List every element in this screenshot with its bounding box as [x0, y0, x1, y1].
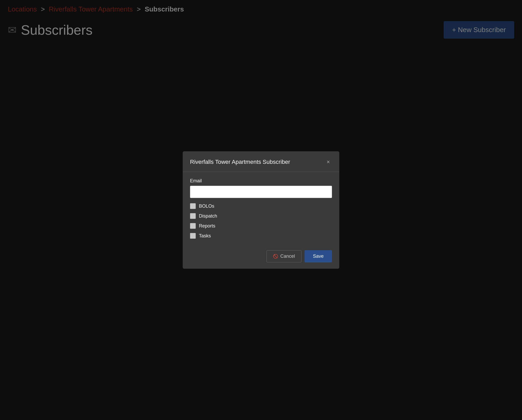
- checkbox-dispatch-box[interactable]: [190, 213, 196, 219]
- modal-title: Riverfalls Tower Apartments Subscriber: [190, 159, 290, 165]
- modal-close-button[interactable]: ×: [324, 158, 332, 166]
- checkbox-dispatch[interactable]: Dispatch: [190, 213, 332, 219]
- checkbox-group: BOLOs Dispatch Reports Tasks: [190, 203, 332, 239]
- modal-overlay: Riverfalls Tower Apartments Subscriber ×…: [0, 0, 522, 420]
- checkbox-dispatch-label: Dispatch: [199, 213, 217, 219]
- checkbox-bolos-label: BOLOs: [199, 203, 214, 209]
- modal-footer: 🚫 Cancel Save: [183, 245, 339, 269]
- cancel-button[interactable]: 🚫 Cancel: [266, 250, 301, 262]
- email-input[interactable]: [190, 186, 332, 198]
- checkbox-reports[interactable]: Reports: [190, 223, 332, 229]
- modal: Riverfalls Tower Apartments Subscriber ×…: [183, 151, 339, 269]
- checkbox-tasks-box[interactable]: [190, 233, 196, 239]
- checkbox-tasks-label: Tasks: [199, 233, 211, 239]
- cancel-button-label: Cancel: [280, 254, 295, 259]
- email-form-group: Email: [190, 178, 332, 198]
- modal-header: Riverfalls Tower Apartments Subscriber ×: [183, 151, 339, 172]
- modal-body: Email BOLOs Dispatch Reports: [183, 172, 339, 245]
- checkbox-tasks[interactable]: Tasks: [190, 233, 332, 239]
- cancel-icon: 🚫: [273, 254, 278, 259]
- checkbox-bolos[interactable]: BOLOs: [190, 203, 332, 209]
- save-button[interactable]: Save: [305, 250, 332, 262]
- checkbox-bolos-box[interactable]: [190, 203, 196, 209]
- checkbox-reports-box[interactable]: [190, 223, 196, 229]
- email-label: Email: [190, 178, 332, 184]
- checkbox-reports-label: Reports: [199, 223, 215, 229]
